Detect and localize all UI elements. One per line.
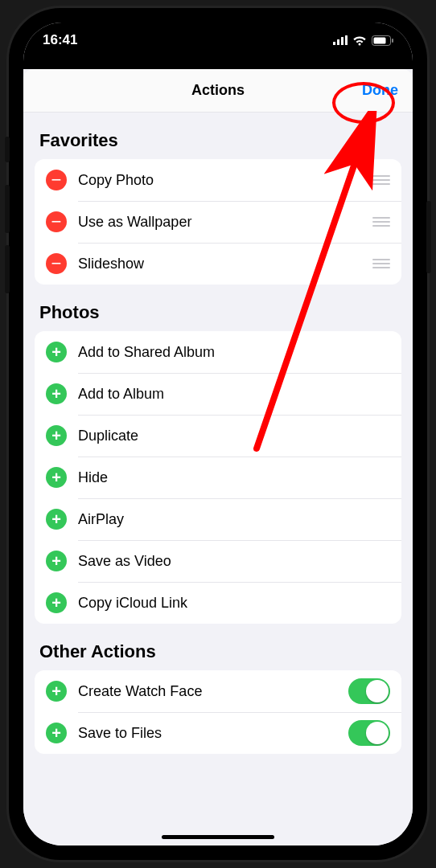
row-save-to-files[interactable]: + Save to Files [35, 712, 401, 754]
svg-rect-1 [337, 39, 339, 45]
add-icon[interactable]: + [46, 681, 67, 702]
nav-bar: Actions Done [23, 69, 413, 113]
status-time: 16:41 [43, 32, 77, 48]
row-airplay[interactable]: + AirPlay [35, 498, 401, 540]
phone-frame: 16:41 Actions Done Favorites − Copy Phot… [9, 8, 427, 860]
row-label: Copy iCloud Link [78, 595, 390, 612]
volume-down [5, 245, 10, 293]
row-copy-icloud-link[interactable]: + Copy iCloud Link [35, 582, 401, 624]
row-label: Slideshow [78, 256, 372, 272]
toggle-on[interactable] [348, 678, 390, 704]
row-hide[interactable]: + Hide [35, 457, 401, 498]
sheet-backdrop [23, 58, 413, 69]
row-label: Add to Album [78, 386, 390, 403]
power-button [426, 201, 431, 273]
sheet: Actions Done Favorites − Copy Photo − Us… [23, 69, 413, 845]
row-label: Copy Photo [78, 172, 372, 189]
row-label: Create Watch Face [78, 683, 348, 700]
add-icon[interactable]: + [46, 425, 67, 446]
svg-rect-3 [345, 35, 348, 45]
svg-rect-0 [333, 42, 335, 45]
row-label: Add to Shared Album [78, 344, 390, 361]
remove-icon[interactable]: − [46, 170, 67, 190]
remove-icon[interactable]: − [46, 253, 67, 274]
row-label: Duplicate [78, 428, 390, 444]
add-icon[interactable]: + [46, 551, 67, 571]
toggle-on[interactable] [348, 720, 390, 746]
row-create-watch-face[interactable]: + Create Watch Face [35, 670, 401, 712]
remove-icon[interactable]: − [46, 211, 67, 232]
row-slideshow[interactable]: − Slideshow [35, 243, 401, 285]
section-header-photos: Photos [35, 285, 401, 331]
volume-up [5, 185, 10, 233]
content[interactable]: Favorites − Copy Photo − Use as Wallpape… [23, 113, 413, 845]
drag-handle-icon[interactable] [372, 217, 390, 227]
row-label: Save to Files [78, 725, 348, 742]
add-icon[interactable]: + [46, 723, 67, 743]
svg-rect-6 [392, 39, 393, 43]
add-icon[interactable]: + [46, 509, 67, 530]
section-header-other: Other Actions [35, 624, 401, 670]
group-favorites: − Copy Photo − Use as Wallpaper − Slides… [35, 159, 401, 285]
home-indicator[interactable] [162, 835, 274, 839]
row-add-to-shared-album[interactable]: + Add to Shared Album [35, 331, 401, 373]
notch [134, 23, 302, 47]
add-icon[interactable]: + [46, 383, 67, 404]
status-indicators [333, 35, 393, 46]
drag-handle-icon[interactable] [372, 259, 390, 268]
done-button[interactable]: Done [362, 82, 398, 99]
row-add-to-album[interactable]: + Add to Album [35, 373, 401, 415]
group-photos: + Add to Shared Album + Add to Album + D… [35, 331, 401, 624]
group-other: + Create Watch Face + Save to Files [35, 670, 401, 754]
battery-icon [372, 35, 393, 46]
svg-rect-5 [374, 37, 386, 43]
section-header-favorites: Favorites [35, 113, 401, 159]
silence-switch [5, 137, 10, 162]
row-label: AirPlay [78, 511, 390, 528]
row-save-as-video[interactable]: + Save as Video [35, 540, 401, 582]
add-icon[interactable]: + [46, 467, 67, 488]
add-icon[interactable]: + [46, 592, 67, 613]
add-icon[interactable]: + [46, 342, 67, 362]
row-label: Hide [78, 469, 390, 486]
row-copy-photo[interactable]: − Copy Photo [35, 159, 401, 201]
signal-icon [333, 35, 348, 45]
nav-title: Actions [191, 82, 245, 99]
screen: 16:41 Actions Done Favorites − Copy Phot… [23, 23, 413, 845]
svg-rect-2 [341, 37, 343, 45]
row-duplicate[interactable]: + Duplicate [35, 415, 401, 457]
drag-handle-icon[interactable] [372, 175, 390, 185]
row-label: Use as Wallpaper [78, 214, 372, 231]
row-use-as-wallpaper[interactable]: − Use as Wallpaper [35, 201, 401, 243]
row-label: Save as Video [78, 553, 390, 570]
wifi-icon [352, 35, 367, 46]
